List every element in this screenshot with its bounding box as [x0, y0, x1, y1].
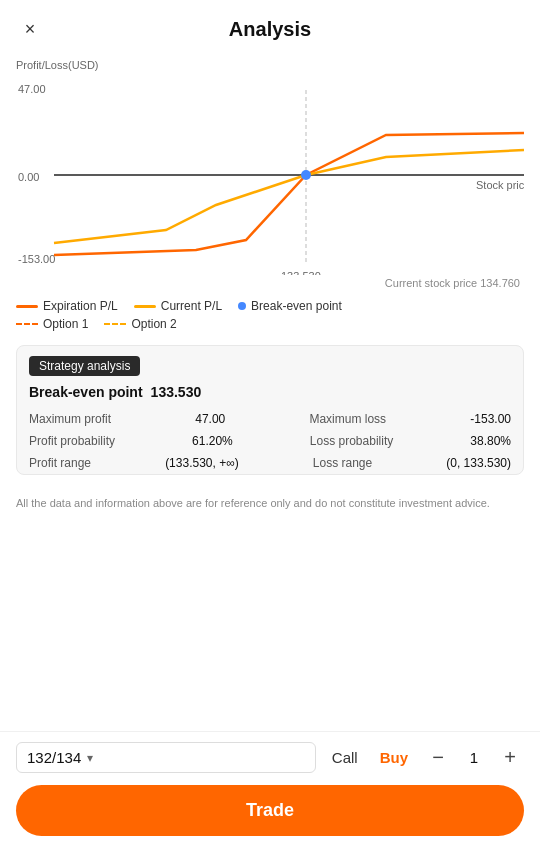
max-profit-label: Maximum profit — [29, 412, 111, 426]
profit-range-row: Profit range (133.530, +∞) Loss range (0… — [17, 452, 523, 474]
header: × Analysis — [0, 0, 540, 51]
disclaimer: All the data and information above are f… — [0, 487, 540, 528]
profit-range-label: Profit range — [29, 456, 91, 470]
option2-line-icon — [104, 323, 126, 325]
y-label-high: 47.00 — [18, 83, 46, 95]
legend-option1-label: Option 1 — [43, 317, 88, 331]
quantity-minus-button[interactable]: − — [424, 744, 452, 772]
chart-y-label: Profit/Loss(USD) — [16, 59, 524, 71]
max-profit-row: Maximum profit 47.00 Maximum loss -153.0… — [17, 408, 523, 430]
legend-current-label: Current P/L — [161, 299, 222, 313]
break-even-value: 133.530 — [151, 384, 202, 400]
legend-section: Expiration P/L Current P/L Break-even po… — [0, 289, 540, 337]
loss-prob-value: 38.80% — [470, 434, 511, 448]
legend-option2: Option 2 — [104, 317, 176, 331]
legend-option1: Option 1 — [16, 317, 88, 331]
break-even-row: Break-even point 133.530 — [17, 384, 523, 408]
call-button[interactable]: Call — [326, 745, 364, 770]
expiration-line-icon — [16, 305, 38, 308]
profit-prob-value: 61.20% — [192, 434, 233, 448]
strike-value: 132/134 — [27, 749, 81, 766]
chart-container: 47.00 0.00 -153.00 Stock price 133.530 — [16, 75, 524, 275]
profit-probability-row: Profit probability 61.20% Loss probabili… — [17, 430, 523, 452]
max-loss-value: -153.00 — [470, 412, 511, 426]
breakeven-dot — [301, 170, 311, 180]
loss-prob-label: Loss probability — [310, 434, 393, 448]
legend-breakeven: Break-even point — [238, 299, 342, 313]
legend-current: Current P/L — [134, 299, 222, 313]
current-pl-line — [54, 150, 524, 243]
chevron-down-icon: ▾ — [87, 751, 93, 765]
chart-svg: 47.00 0.00 -153.00 Stock price 133.530 — [16, 75, 524, 275]
buy-button[interactable]: Buy — [374, 745, 414, 770]
breakeven-dot-icon — [238, 302, 246, 310]
quantity-plus-button[interactable]: + — [496, 744, 524, 772]
option1-line-icon — [16, 323, 38, 325]
max-profit-value: 47.00 — [195, 412, 225, 426]
expiration-pl-line — [54, 133, 524, 255]
max-loss-label: Maximum loss — [309, 412, 386, 426]
legend-option2-label: Option 2 — [131, 317, 176, 331]
profit-prob-label: Profit probability — [29, 434, 115, 448]
strategy-badge: Strategy analysis — [29, 356, 140, 376]
y-label-zero: 0.00 — [18, 171, 39, 183]
y-label-low: -153.00 — [18, 253, 55, 265]
legend-row-1: Expiration P/L Current P/L Break-even po… — [16, 299, 524, 313]
profit-range-value: (133.530, +∞) — [165, 456, 239, 470]
legend-breakeven-label: Break-even point — [251, 299, 342, 313]
strike-selector[interactable]: 132/134 ▾ — [16, 742, 316, 773]
loss-range-label: Loss range — [313, 456, 372, 470]
legend-expiration-label: Expiration P/L — [43, 299, 118, 313]
page-title: Analysis — [229, 18, 311, 41]
loss-range-value: (0, 133.530) — [446, 456, 511, 470]
legend-expiration: Expiration P/L — [16, 299, 118, 313]
x-label: Stock price — [476, 179, 524, 191]
strategy-section: Strategy analysis Break-even point 133.5… — [16, 345, 524, 475]
legend-row-2: Option 1 Option 2 — [16, 317, 524, 331]
bottom-controls: 132/134 ▾ Call Buy − 1 + Trade — [0, 731, 540, 852]
breakeven-label: 133.530 — [281, 270, 321, 275]
quantity-value: 1 — [462, 749, 486, 766]
trade-button[interactable]: Trade — [16, 785, 524, 836]
break-even-label: Break-even point — [29, 384, 143, 400]
trade-controls-bar: 132/134 ▾ Call Buy − 1 + — [0, 731, 540, 781]
current-line-icon — [134, 305, 156, 308]
close-button[interactable]: × — [16, 16, 44, 44]
current-stock-label: Current stock price 134.760 — [16, 277, 524, 289]
chart-section: Profit/Loss(USD) 47.00 0.00 -153.00 Stoc… — [0, 51, 540, 289]
